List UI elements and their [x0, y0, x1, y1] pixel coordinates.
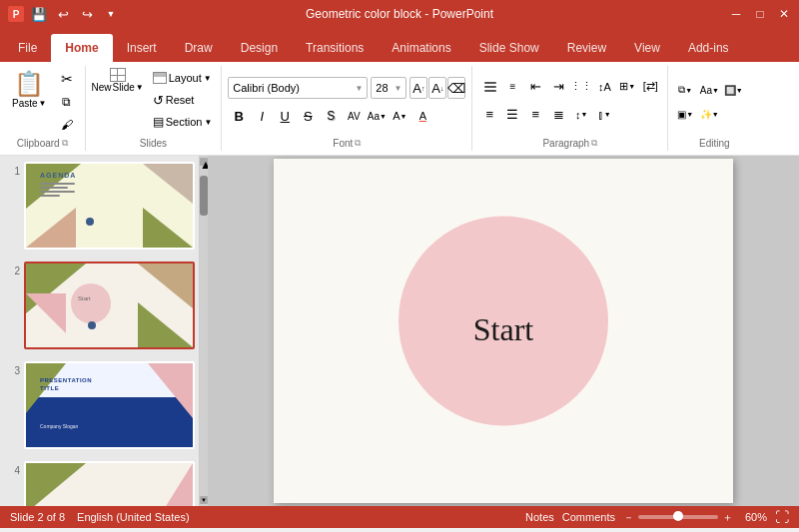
slide4-tri-topleft: [26, 463, 86, 506]
tab-view[interactable]: View: [620, 34, 674, 62]
slide-thumb-4[interactable]: 4: [0, 455, 199, 506]
scrollbar[interactable]: ▲ ▼: [200, 156, 208, 506]
font-controls: Calibri (Body) ▼ 28 ▼ A↑ A↓ ⌫ B I U: [228, 68, 465, 136]
undo-quick-btn[interactable]: ↩: [54, 5, 72, 23]
tab-file[interactable]: File: [4, 34, 51, 62]
arrange-button[interactable]: ⧉▼: [674, 79, 696, 101]
scroll-up-arrow[interactable]: ▲: [200, 158, 208, 166]
slide3-subtitle: Company Slogan: [40, 423, 78, 429]
align-right-button[interactable]: ≡: [524, 104, 546, 126]
slide-thumb-2[interactable]: 2 Start: [0, 256, 199, 355]
shape-fill-button[interactable]: 🔲▼: [722, 79, 744, 101]
italic-button[interactable]: I: [251, 105, 273, 127]
slide-preview-1[interactable]: AGENDA: [24, 162, 195, 250]
slide-thumb-3[interactable]: 3 PRESENTATIONTITLE Company Slogan: [0, 355, 199, 455]
text-direction-button[interactable]: ↕A: [593, 76, 615, 98]
align-text-button[interactable]: ⊞▼: [616, 76, 638, 98]
increase-font-size[interactable]: A↑: [409, 77, 427, 99]
clipboard-expand-icon[interactable]: ⧉: [62, 138, 68, 149]
slide1-tri-bottomright: [143, 208, 193, 248]
quick-styles-button[interactable]: Aa▼: [698, 79, 720, 101]
tab-insert[interactable]: Insert: [113, 34, 171, 62]
tab-design[interactable]: Design: [227, 34, 292, 62]
slide-preview-4[interactable]: [24, 461, 195, 506]
slide3-navy: [26, 397, 193, 447]
zoom-in-btn[interactable]: ＋: [722, 510, 733, 525]
align-left-button[interactable]: ≡: [478, 104, 500, 126]
main-slide-circle: [399, 216, 608, 425]
close-btn[interactable]: ✕: [777, 7, 791, 21]
text-shadow-button[interactable]: S: [320, 105, 342, 127]
slide4-background: [26, 463, 193, 506]
numbered-list-button[interactable]: ≡: [501, 76, 523, 98]
save-quick-btn[interactable]: 💾: [30, 5, 48, 23]
font-case-button[interactable]: Aa▼: [366, 105, 388, 127]
bold-button[interactable]: B: [228, 105, 250, 127]
minimize-btn[interactable]: ─: [729, 7, 743, 21]
tab-animations[interactable]: Animations: [378, 34, 464, 62]
scroll-track[interactable]: [200, 166, 208, 496]
slide-preview-3[interactable]: PRESENTATIONTITLE Company Slogan: [24, 361, 195, 449]
columns-button[interactable]: ⋮⋮: [570, 76, 592, 98]
title-bar: P 💾 ↩ ↪ ▼ Geometric color block - PowerP…: [0, 0, 799, 28]
shape-effects-button[interactable]: ✨▼: [698, 103, 720, 125]
slide-preview-2[interactable]: Start: [24, 262, 195, 349]
shape-outline-button[interactable]: ▣▼: [674, 103, 696, 125]
clear-formatting[interactable]: ⌫: [447, 77, 465, 99]
zoom-level[interactable]: 60%: [737, 511, 767, 523]
slide-number-1: 1: [4, 162, 20, 177]
paste-button[interactable]: 📋 Paste ▼: [6, 68, 53, 111]
tab-home[interactable]: Home: [51, 34, 112, 62]
section-button[interactable]: ▤ Section ▼: [150, 112, 216, 132]
tab-addins[interactable]: Add-ins: [674, 34, 743, 62]
customize-quick-btn[interactable]: ▼: [102, 5, 120, 23]
columns-button-2[interactable]: ⫿▼: [593, 104, 615, 126]
reset-button[interactable]: ↺ Reset: [150, 90, 216, 110]
scroll-down-arrow[interactable]: ▼: [200, 496, 208, 504]
slides-panel[interactable]: 1 AGENDA: [0, 156, 200, 506]
slide-thumb-1[interactable]: 1 AGENDA: [0, 156, 199, 256]
slide1-background: AGENDA: [26, 164, 193, 248]
slides-label: Slides: [92, 136, 216, 149]
fit-slide-button[interactable]: ⛶: [775, 509, 789, 525]
tab-review[interactable]: Review: [553, 34, 620, 62]
slide3-background: PRESENTATIONTITLE Company Slogan: [26, 363, 193, 447]
layout-button[interactable]: Layout ▼: [150, 68, 216, 88]
decrease-font-size[interactable]: A↓: [428, 77, 446, 99]
text-effects-button[interactable]: A▼: [389, 105, 410, 127]
status-right: Notes Comments － ＋ 60% ⛶: [525, 509, 789, 525]
zoom-slider[interactable]: [638, 515, 718, 519]
tab-draw[interactable]: Draw: [171, 34, 227, 62]
cut-button[interactable]: ✂: [55, 68, 79, 90]
font-expand-icon[interactable]: ⧉: [355, 138, 361, 149]
tab-slideshow[interactable]: Slide Show: [465, 34, 553, 62]
slide-canvas[interactable]: Start: [274, 159, 733, 503]
new-slide-icon[interactable]: [110, 68, 126, 82]
align-center-button[interactable]: ☰: [501, 104, 523, 126]
copy-button[interactable]: ⧉: [55, 91, 79, 113]
font-size-box[interactable]: 28 ▼: [371, 77, 406, 99]
increase-indent-button[interactable]: ⇥: [547, 76, 569, 98]
justify-button[interactable]: ≣: [547, 104, 569, 126]
tab-transitions[interactable]: Transitions: [292, 34, 378, 62]
comments-button[interactable]: Comments: [562, 511, 615, 523]
line-spacing-button[interactable]: ↕▼: [570, 104, 592, 126]
font-color-button[interactable]: A: [411, 105, 433, 127]
new-slide-label[interactable]: New Slide ▼: [92, 82, 144, 93]
smartart-button[interactable]: [⇄]: [639, 76, 661, 98]
bullet-list-button[interactable]: [478, 76, 500, 98]
scroll-thumb[interactable]: [200, 176, 208, 216]
redo-quick-btn[interactable]: ↪: [78, 5, 96, 23]
font-family-dropdown[interactable]: Calibri (Body) ▼: [228, 77, 368, 99]
underline-button[interactable]: U: [274, 105, 296, 127]
decrease-indent-button[interactable]: ⇤: [524, 76, 546, 98]
zoom-out-btn[interactable]: －: [623, 510, 634, 525]
ribbon-tabs: File Home Insert Draw Design Transitions…: [0, 28, 799, 62]
format-painter-button[interactable]: 🖌: [55, 114, 79, 136]
paragraph-expand-icon[interactable]: ⧉: [591, 138, 597, 149]
strikethrough-button[interactable]: S: [297, 105, 319, 127]
maximize-btn[interactable]: □: [753, 7, 767, 21]
slide2-background: Start: [26, 264, 193, 347]
notes-button[interactable]: Notes: [525, 511, 554, 523]
char-spacing-button[interactable]: AV: [343, 105, 365, 127]
